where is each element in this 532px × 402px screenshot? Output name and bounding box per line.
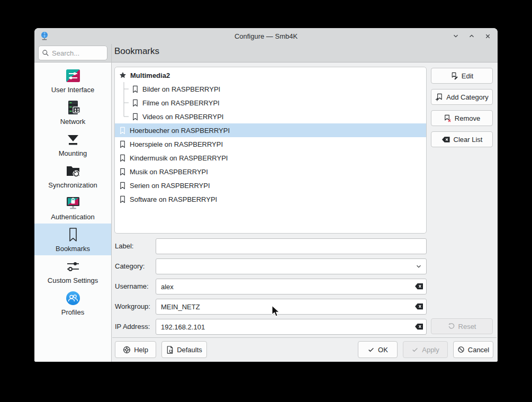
help-icon: [123, 346, 131, 354]
settings-sidebar: User Interface Network Mounting Synchron…: [34, 62, 111, 362]
sidebar-item-bookmarks[interactable]: Bookmarks: [34, 224, 111, 255]
bookmark-label: Bilder on RASPBERRYPI: [142, 85, 220, 93]
bookmark-label: Musik on RASPBERRYPI: [130, 168, 208, 176]
bookmark-row[interactable]: Filme on RASPBERRYPI: [115, 96, 426, 110]
bookmark-icon: [119, 140, 126, 148]
help-button[interactable]: Help: [115, 341, 156, 358]
defaults-document-icon: [166, 346, 174, 354]
clear-list-button[interactable]: Clear List: [431, 131, 493, 147]
bookmark-list[interactable]: Multimedia2 Bilder on RASPBERRYPI Filme …: [114, 67, 427, 234]
label-input[interactable]: [156, 238, 427, 254]
ip-field-wrap: [156, 319, 427, 335]
synchronization-icon: [65, 163, 82, 180]
workgroup-input[interactable]: [156, 299, 427, 315]
sidebar-item-mounting[interactable]: Mounting: [34, 128, 111, 160]
check-icon: [367, 346, 375, 353]
defaults-button[interactable]: Defaults: [161, 341, 207, 358]
titlebar[interactable]: Configure — Smb4K: [34, 28, 498, 44]
label-field-label: Label:: [115, 238, 155, 254]
bookmark-icon: [119, 195, 126, 203]
bookmark-label: Videos on RASPBERRYPI: [142, 113, 223, 121]
bookmark-label: Serien on RASPBERRYPI: [130, 182, 210, 190]
window-title: Configure — Smb4K: [34, 32, 498, 40]
clear-text-icon[interactable]: [414, 323, 423, 330]
bookmarks-page: Multimedia2 Bilder on RASPBERRYPI Filme …: [111, 62, 498, 362]
reset-undo-icon: [448, 323, 455, 330]
sidebar-item-custom-settings[interactable]: Custom Settings: [34, 255, 111, 287]
ok-button[interactable]: OK: [358, 341, 398, 358]
chevron-up-icon: [468, 32, 475, 40]
clear-list-icon: [441, 136, 450, 144]
cancel-icon: [457, 346, 465, 353]
bookmark-row[interactable]: Software on RASPBERRYPI: [115, 192, 426, 206]
username-field-wrap: [156, 279, 427, 294]
add-category-button[interactable]: Add Category: [431, 89, 493, 105]
category-field-wrap: [156, 258, 427, 274]
bookmark-icon: [132, 99, 139, 107]
bookmark-row[interactable]: Hoerspiele on RASPBERRYPI: [115, 137, 426, 151]
bookmark-icon: [65, 226, 82, 243]
ip-field-label: IP Address:: [115, 319, 155, 335]
sidebar-item-synchronization[interactable]: Synchronization: [34, 160, 111, 192]
bookmark-icon: [119, 168, 126, 176]
edit-button[interactable]: Edit: [431, 68, 493, 84]
maximize-button[interactable]: [466, 30, 477, 42]
sidebar-divider: [111, 44, 112, 362]
sidebar-item-authentication[interactable]: Authentication: [34, 192, 111, 224]
search-input[interactable]: [52, 49, 100, 57]
username-field-label: Username:: [115, 279, 155, 294]
sidebar-item-label: User Interface: [51, 86, 95, 94]
sidebar-item-user-interface[interactable]: User Interface: [34, 65, 111, 96]
cancel-button[interactable]: Cancel: [453, 341, 493, 358]
bookmark-category-row[interactable]: Multimedia2: [115, 68, 426, 82]
sidebar-item-label: Mounting: [59, 149, 87, 157]
bookmark-row[interactable]: Hoerbuecher on RASPBERRYPI: [115, 123, 426, 137]
bookmark-icon: [132, 85, 139, 93]
chevron-down-icon: [452, 32, 459, 40]
bookmark-label: Filme on RASPBERRYPI: [142, 99, 220, 107]
close-button[interactable]: [482, 30, 493, 42]
configure-window: Configure — Smb4K: [34, 28, 498, 362]
workgroup-field-label: Workgroup:: [115, 299, 155, 315]
custom-settings-icon: [65, 258, 82, 275]
apply-button[interactable]: Apply: [403, 341, 448, 358]
bookmark-row[interactable]: Musik on RASPBERRYPI: [115, 165, 426, 178]
sidebar-item-label: Authentication: [51, 213, 94, 221]
sidebar-item-label: Bookmarks: [56, 245, 90, 253]
search-icon: [42, 49, 49, 57]
bookmark-label: Kindermusik on RASPBERRYPI: [130, 154, 228, 162]
category-select[interactable]: [156, 258, 427, 274]
sidebar-item-profiles[interactable]: Profiles: [34, 287, 111, 319]
bookmark-row[interactable]: Serien on RASPBERRYPI: [115, 178, 426, 192]
workgroup-field-wrap: [156, 299, 427, 315]
username-input[interactable]: [156, 279, 427, 294]
bookmark-icon: [132, 113, 139, 121]
bookmark-row[interactable]: Kindermusik on RASPBERRYPI: [115, 151, 426, 165]
authentication-icon: [65, 194, 82, 211]
remove-button[interactable]: Remove: [431, 110, 493, 126]
network-icon: [65, 99, 82, 116]
sidebar-item-network[interactable]: Network: [34, 96, 111, 128]
search-box[interactable]: [38, 46, 107, 60]
ip-address-input[interactable]: [156, 319, 427, 335]
footer-separator: [112, 337, 497, 338]
bookmark-icon: [119, 182, 126, 190]
bookmark-row[interactable]: Bilder on RASPBERRYPI: [115, 82, 426, 96]
clear-text-icon[interactable]: [414, 282, 423, 290]
profiles-icon: [65, 290, 82, 307]
edit-bookmark-icon: [450, 72, 458, 80]
label-field-wrap: [156, 238, 427, 254]
minimize-button[interactable]: [450, 30, 462, 42]
clear-text-icon[interactable]: [414, 302, 423, 310]
reset-button[interactable]: Reset: [431, 318, 493, 334]
close-icon: [484, 33, 491, 40]
bookmark-icon: [119, 127, 126, 135]
page-title: Bookmarks: [114, 46, 159, 57]
chevron-down-icon: [415, 263, 422, 270]
bookmark-label: Hoerbuecher on RASPBERRYPI: [130, 127, 230, 135]
sidebar-item-label: Profiles: [61, 308, 84, 316]
bookmark-row[interactable]: Videos on RASPBERRYPI: [115, 110, 426, 123]
sidebar-item-label: Custom Settings: [48, 276, 98, 284]
remove-bookmark-icon: [444, 114, 452, 122]
bookmark-label: Multimedia2: [130, 72, 170, 79]
